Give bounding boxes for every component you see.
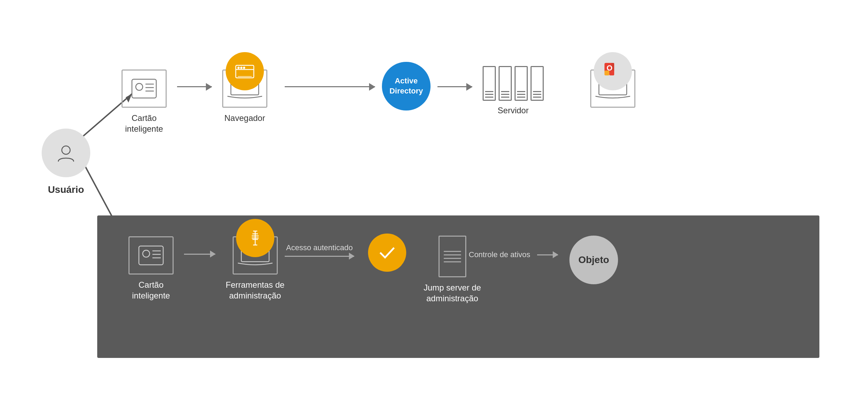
bottom-arrow-1 [184,254,215,255]
server-rect-3 [515,66,528,101]
svg-point-6 [136,83,143,90]
browser-yellow-circle [226,52,264,90]
acesso-label: Acesso autenticado [286,243,353,252]
svg-point-11 [238,67,239,68]
bottom-smart-card: Cartãointeligente [128,236,174,301]
server-rect-2 [499,66,512,101]
svg-point-4 [62,146,70,154]
objeto-label: Objeto [578,254,609,265]
active-directory: ActiveDirectory [382,62,431,125]
controle-arrow: Controle de ativos [469,250,558,259]
bottom-smart-card-icon [137,243,165,268]
admin-tools-label: Ferramentas deadministração [226,279,284,301]
smart-card-icon [130,76,158,101]
checkmark-circle [368,234,406,272]
svg-point-13 [243,67,245,68]
bottom-smart-card-box [128,236,174,275]
ms365-circle: O [594,52,632,90]
browser-circle-icon [234,62,255,81]
active-directory-text: ActiveDirectory [390,76,423,96]
ms365-icon: O [602,60,624,82]
svg-rect-5 [132,79,156,98]
user-circle [42,129,90,177]
top-smart-card-label: Cartãointeligente [125,113,163,134]
server-rect-1 [483,66,496,101]
checkmark-block [368,234,406,272]
tools-yellow-circle [236,219,274,257]
top-smart-card: Cartãointeligente [122,70,167,134]
user-label: Usuário [42,184,90,195]
checkmark-icon [377,242,398,263]
bottom-smart-card-label: Cartãointeligente [132,279,170,301]
top-server-label: Servidor [498,106,528,115]
top-smart-card-icon-box [122,70,167,108]
top-laptop-ms365: O [590,59,635,108]
top-server: Servidor [483,66,544,115]
jump-server: Jump server deadministração [424,236,481,304]
top-arrow-2 [285,86,375,87]
svg-rect-22 [139,246,163,265]
bottom-arrow-2-labeled: Acesso autenticado [285,243,354,257]
top-browser-label: Navegador [224,113,265,123]
svg-point-12 [241,67,242,68]
objeto-circle: Objeto [569,236,618,284]
svg-rect-20 [609,71,614,75]
controle-label: Controle de ativos [469,250,530,259]
server-group-icon [483,66,544,101]
top-arrow-1 [177,86,212,87]
tools-icon [245,228,265,248]
svg-rect-19 [604,71,609,75]
top-arrow-3 [437,86,472,87]
server-rect-4 [531,66,544,101]
user-icon [56,142,76,163]
bottom-admin-tools: Ferramentas deadministração [226,226,284,301]
objeto-block: Objeto [569,236,618,284]
top-browser: Navegador [222,59,267,123]
jump-server-label: Jump server deadministração [424,282,481,304]
jump-server-icon-box [439,236,466,277]
diagram-container: Usuário Cartãointeligente [0,0,868,417]
active-directory-circle: ActiveDirectory [382,62,431,111]
svg-point-23 [143,250,150,257]
